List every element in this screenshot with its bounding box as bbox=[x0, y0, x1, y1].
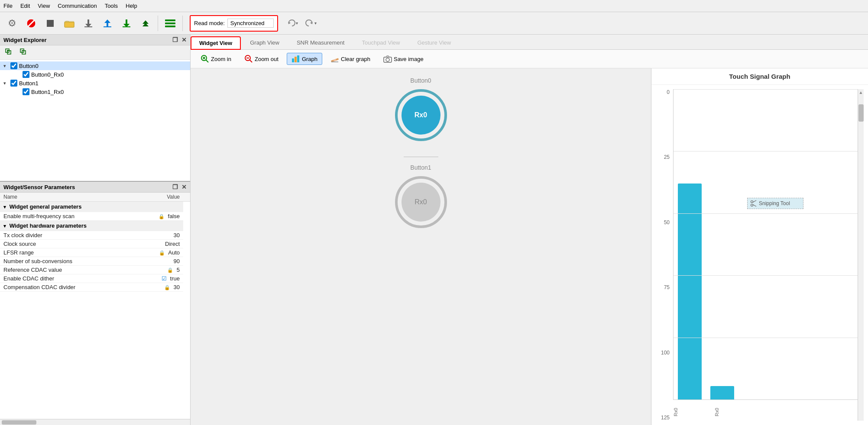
widget-button1-outer[interactable]: Rx0 bbox=[395, 176, 447, 228]
eraser-icon bbox=[330, 55, 339, 63]
load-button[interactable] bbox=[99, 15, 116, 32]
settings-button[interactable]: ⚙ bbox=[3, 15, 21, 32]
bar-button1-rx0 bbox=[710, 386, 734, 399]
graph-scrollbar[interactable]: ▲ bbox=[858, 89, 864, 421]
tree-item-button0-rx0[interactable]: Button0_Rx0 bbox=[0, 70, 190, 79]
tab-widget-view-label: Widget View bbox=[199, 40, 232, 46]
scroll-up-arrow[interactable]: ▲ bbox=[859, 90, 863, 95]
check-icon-cdac-dither: ☑ bbox=[162, 275, 167, 282]
list-button[interactable] bbox=[162, 15, 179, 32]
chevron-button0: ▾ bbox=[3, 63, 10, 69]
svg-rect-18 bbox=[165, 26, 175, 27]
y-label-25: 25 bbox=[656, 154, 670, 160]
svg-rect-39 bbox=[334, 59, 337, 61]
zoom-in-button[interactable]: Zoom in bbox=[196, 52, 236, 65]
list-icon bbox=[164, 18, 176, 29]
widget-button1-inner[interactable]: Rx0 bbox=[402, 183, 440, 222]
close-params-button[interactable]: ✕ bbox=[181, 184, 187, 190]
y-label-75: 75 bbox=[656, 284, 670, 290]
graph-button[interactable]: Graph bbox=[287, 53, 322, 65]
menu-tools[interactable]: Tools bbox=[105, 3, 118, 9]
widget-button0-outer[interactable]: Rx0 bbox=[395, 89, 447, 141]
tab-graph-view[interactable]: Graph View bbox=[242, 36, 288, 49]
param-row-clock-source: Clock source Direct bbox=[0, 240, 190, 248]
svg-rect-36 bbox=[295, 57, 297, 62]
read-mode-box: Read mode: Synchronized Continuous Singl… bbox=[190, 15, 278, 32]
close-widget-explorer[interactable]: ✕ bbox=[181, 36, 187, 43]
group-general-label: ▾ Widget general parameters bbox=[0, 202, 183, 212]
hscroll-thumb[interactable] bbox=[2, 420, 36, 425]
group-chevron-general: ▾ bbox=[3, 204, 6, 209]
menu-communication[interactable]: Communication bbox=[58, 3, 97, 9]
menu-help[interactable]: Help bbox=[126, 3, 137, 9]
lock-icon-lfsr: 🔒 bbox=[159, 250, 165, 255]
widget-button0-inner[interactable]: Rx0 bbox=[402, 96, 440, 135]
tab-widget-view[interactable]: Widget View bbox=[191, 36, 241, 50]
clear-graph-label: Clear graph bbox=[341, 56, 370, 62]
tab-touchpad-label: Touchpad View bbox=[362, 39, 400, 46]
tree-item-button1[interactable]: ▾ Button1 bbox=[0, 79, 190, 87]
undo-icon bbox=[286, 19, 296, 28]
save-image-button[interactable]: Save image bbox=[379, 53, 428, 65]
checkbox-button1-rx0[interactable] bbox=[23, 88, 29, 95]
upload-green-button[interactable] bbox=[137, 15, 154, 32]
halt-button[interactable] bbox=[42, 15, 59, 32]
tree-expand-all-button[interactable] bbox=[3, 47, 16, 58]
menu-view[interactable]: View bbox=[38, 3, 50, 9]
param-value-sub-conv: 90 bbox=[135, 257, 183, 266]
checkbox-button0[interactable] bbox=[10, 62, 17, 69]
graph-panel: Touch Signal Graph 125 100 75 50 25 0 bbox=[651, 68, 868, 425]
save-down-button[interactable] bbox=[80, 15, 97, 32]
sensor-params-panel: Widget/Sensor Parameters ❐ ✕ Name Value bbox=[0, 182, 190, 425]
clear-graph-button[interactable]: Clear graph bbox=[326, 53, 375, 65]
tree-item-button0[interactable]: ▾ Button0 bbox=[0, 61, 190, 70]
svg-line-34 bbox=[249, 60, 252, 62]
redo-dropdown-arrow[interactable]: ▾ bbox=[314, 21, 317, 26]
param-value-clock-source: Direct bbox=[135, 240, 183, 248]
chevron-button1: ▾ bbox=[3, 80, 10, 86]
params-table: Name Value ▾ Widget general parameters bbox=[0, 193, 190, 419]
redo-icon bbox=[305, 19, 314, 28]
widget-explorer-controls: ❐ ✕ bbox=[172, 36, 187, 43]
group-hardware-title: Widget hardware parameters bbox=[10, 222, 87, 229]
menu-edit[interactable]: Edit bbox=[20, 3, 30, 9]
zoom-out-button[interactable]: Zoom out bbox=[240, 52, 283, 65]
open-button[interactable] bbox=[61, 15, 78, 32]
svg-rect-17 bbox=[165, 23, 175, 24]
tree-item-button1-rx0[interactable]: Button1_Rx0 bbox=[0, 87, 190, 96]
bar-col-button1-rx0 bbox=[710, 386, 734, 399]
redo-button[interactable]: ▾ bbox=[302, 16, 320, 31]
x-axis-labels: Rx0 Rx0 bbox=[673, 403, 858, 421]
tab-snr-measurement[interactable]: SNR Measurement bbox=[288, 36, 353, 49]
checkbox-button0-rx0[interactable] bbox=[23, 71, 29, 78]
right-panel: Widget View Graph View SNR Measurement T… bbox=[191, 35, 868, 425]
param-val-cdac-dither: true bbox=[170, 275, 180, 282]
stop-icon bbox=[26, 18, 36, 29]
sensor-params-header: Widget/Sensor Parameters ❐ ✕ bbox=[0, 182, 190, 193]
graph-icon bbox=[291, 55, 300, 63]
read-mode-select-wrapper[interactable]: Synchronized Continuous Single bbox=[227, 19, 274, 28]
tree-collapse-all-button[interactable] bbox=[18, 47, 30, 58]
param-val-cdac: 5 bbox=[177, 267, 180, 273]
download-green-button[interactable] bbox=[118, 15, 135, 32]
read-mode-select[interactable]: Synchronized Continuous Single bbox=[227, 19, 274, 28]
y-label-100: 100 bbox=[656, 350, 670, 356]
group-hardware-label: ▾ Widget hardware parameters bbox=[0, 221, 183, 231]
arrow-down-green-icon bbox=[122, 19, 131, 28]
menu-file[interactable]: File bbox=[3, 3, 13, 9]
lock-icon-multi-freq: 🔒 bbox=[159, 214, 165, 219]
restore-button[interactable]: ❐ bbox=[172, 36, 178, 43]
widget-button0-group: Button0 Rx0 bbox=[369, 77, 473, 141]
zoom-in-label: Zoom in bbox=[211, 56, 231, 62]
stop-button[interactable] bbox=[23, 15, 40, 32]
restore-params-button[interactable]: ❐ bbox=[172, 184, 178, 190]
widget-tree: ▾ Button0 Button0_Rx0 ▾ Button1 bbox=[0, 60, 190, 181]
undo-dropdown-arrow[interactable]: ▾ bbox=[296, 21, 298, 26]
horizontal-scrollbar[interactable] bbox=[0, 419, 190, 425]
scrollbar-thumb[interactable] bbox=[858, 104, 864, 122]
chart-area: Snipping Tool Rx0 Rx0 bbox=[673, 89, 858, 421]
zoom-in-icon bbox=[201, 55, 209, 63]
checkbox-button1[interactable] bbox=[10, 80, 17, 87]
param-name-cdac-dither: Enable CDAC dither bbox=[0, 274, 135, 283]
undo-button[interactable]: ▾ bbox=[283, 16, 301, 31]
